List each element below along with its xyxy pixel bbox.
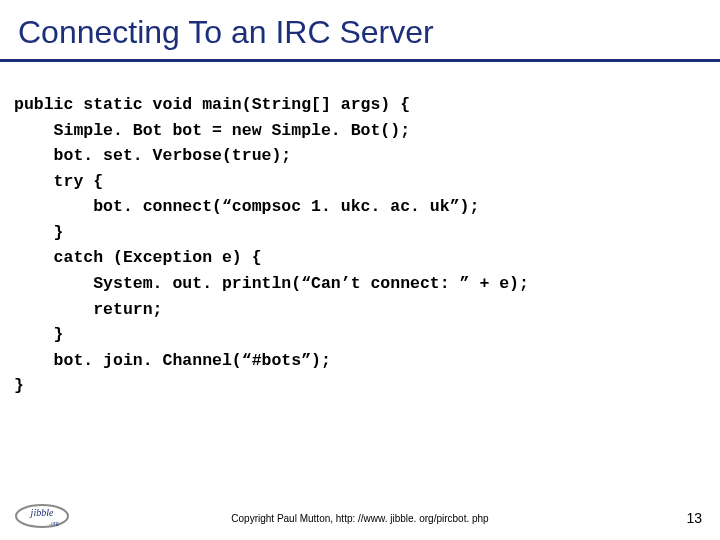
slide: Connecting To an IRC Server public stati… (0, 0, 720, 540)
code-line: return; (14, 300, 163, 319)
code-line: public static void main(String[] args) { (14, 95, 410, 114)
code-line: catch (Exception e) { (14, 248, 262, 267)
code-block: public static void main(String[] args) {… (14, 92, 710, 399)
code-line: bot. join. Channel(“#bots”); (14, 351, 331, 370)
code-line: bot. set. Verbose(true); (14, 146, 291, 165)
code-line: try { (14, 172, 103, 191)
code-line: bot. connect(“compsoc 1. ukc. ac. uk”); (14, 197, 479, 216)
copyright-text: Copyright Paul Mutton, http: //www. jibb… (0, 513, 720, 524)
page-number: 13 (686, 510, 702, 526)
code-line: } (14, 223, 64, 242)
slide-body: public static void main(String[] args) {… (0, 62, 720, 399)
code-line: } (14, 325, 64, 344)
slide-title: Connecting To an IRC Server (0, 0, 720, 59)
code-line: Simple. Bot bot = new Simple. Bot(); (14, 121, 410, 140)
code-line: System. out. println(“Can’t connect: ” +… (14, 274, 529, 293)
code-line: } (14, 376, 24, 395)
